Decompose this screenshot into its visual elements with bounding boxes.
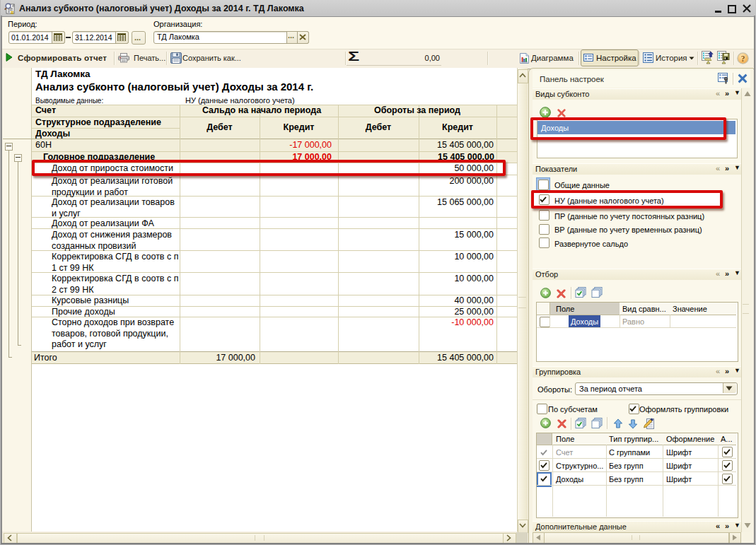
svg-text:?: ? (741, 54, 745, 63)
